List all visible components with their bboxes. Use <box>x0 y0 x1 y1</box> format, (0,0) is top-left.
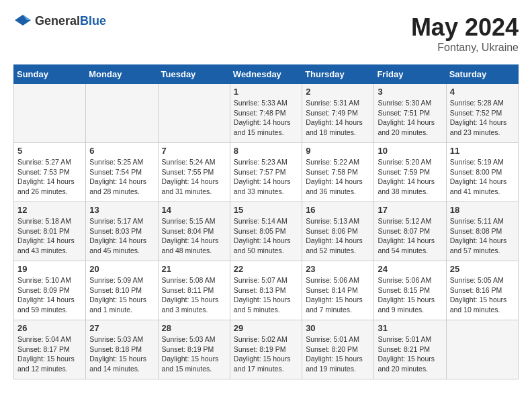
day-number: 31 <box>378 323 442 333</box>
day-number: 5 <box>17 146 82 156</box>
day-number: 19 <box>17 264 82 274</box>
calendar-week-row: 12Sunrise: 5:18 AM Sunset: 8:01 PM Dayli… <box>14 202 519 261</box>
day-number: 9 <box>306 146 370 156</box>
cell-info: Sunrise: 5:33 AM Sunset: 7:48 PM Dayligh… <box>234 98 298 138</box>
day-number: 13 <box>89 205 154 215</box>
day-number: 14 <box>162 205 226 215</box>
calendar-cell: 10Sunrise: 5:20 AM Sunset: 7:59 PM Dayli… <box>374 143 446 202</box>
calendar-cell: 18Sunrise: 5:11 AM Sunset: 8:08 PM Dayli… <box>446 202 518 261</box>
cell-info: Sunrise: 5:04 AM Sunset: 8:17 PM Dayligh… <box>17 334 82 374</box>
weekday-header-friday: Friday <box>374 65 446 84</box>
weekday-header-wednesday: Wednesday <box>230 65 302 84</box>
day-number: 16 <box>306 205 370 215</box>
calendar-cell: 16Sunrise: 5:13 AM Sunset: 8:06 PM Dayli… <box>302 202 374 261</box>
calendar-cell: 31Sunrise: 5:01 AM Sunset: 8:21 PM Dayli… <box>374 320 446 379</box>
calendar-cell: 12Sunrise: 5:18 AM Sunset: 8:01 PM Dayli… <box>14 202 86 261</box>
cell-info: Sunrise: 5:15 AM Sunset: 8:04 PM Dayligh… <box>162 216 226 256</box>
cell-info: Sunrise: 5:19 AM Sunset: 8:00 PM Dayligh… <box>450 157 515 197</box>
page-header: GeneralBlue May 2024 Fontany, Ukraine <box>13 13 519 54</box>
day-number: 2 <box>306 87 370 97</box>
calendar-cell: 24Sunrise: 5:06 AM Sunset: 8:15 PM Dayli… <box>374 261 446 320</box>
calendar-cell: 13Sunrise: 5:17 AM Sunset: 8:03 PM Dayli… <box>86 202 158 261</box>
cell-info: Sunrise: 5:14 AM Sunset: 8:05 PM Dayligh… <box>234 216 298 256</box>
weekday-header-monday: Monday <box>86 65 158 84</box>
cell-info: Sunrise: 5:03 AM Sunset: 8:18 PM Dayligh… <box>89 334 154 374</box>
calendar-cell: 3Sunrise: 5:30 AM Sunset: 7:51 PM Daylig… <box>374 84 446 143</box>
calendar-cell: 28Sunrise: 5:03 AM Sunset: 8:19 PM Dayli… <box>158 320 230 379</box>
cell-info: Sunrise: 5:11 AM Sunset: 8:08 PM Dayligh… <box>450 216 515 256</box>
calendar-cell: 29Sunrise: 5:02 AM Sunset: 8:19 PM Dayli… <box>230 320 302 379</box>
cell-info: Sunrise: 5:17 AM Sunset: 8:03 PM Dayligh… <box>89 216 154 256</box>
weekday-header-tuesday: Tuesday <box>158 65 230 84</box>
cell-info: Sunrise: 5:31 AM Sunset: 7:49 PM Dayligh… <box>306 98 370 138</box>
day-number: 10 <box>378 146 442 156</box>
calendar-cell: 27Sunrise: 5:03 AM Sunset: 8:18 PM Dayli… <box>86 320 158 379</box>
calendar-cell: 1Sunrise: 5:33 AM Sunset: 7:48 PM Daylig… <box>230 84 302 143</box>
cell-info: Sunrise: 5:22 AM Sunset: 7:58 PM Dayligh… <box>306 157 370 197</box>
cell-info: Sunrise: 5:10 AM Sunset: 8:09 PM Dayligh… <box>17 275 82 315</box>
calendar-cell: 30Sunrise: 5:01 AM Sunset: 8:20 PM Dayli… <box>302 320 374 379</box>
day-number: 28 <box>162 323 226 333</box>
calendar-header: SundayMondayTuesdayWednesdayThursdayFrid… <box>14 65 519 84</box>
day-number: 1 <box>234 87 298 97</box>
calendar-cell: 15Sunrise: 5:14 AM Sunset: 8:05 PM Dayli… <box>230 202 302 261</box>
day-number: 12 <box>17 205 82 215</box>
day-number: 20 <box>89 264 154 274</box>
cell-info: Sunrise: 5:27 AM Sunset: 7:53 PM Dayligh… <box>17 157 82 197</box>
calendar-cell: 26Sunrise: 5:04 AM Sunset: 8:17 PM Dayli… <box>14 320 86 379</box>
day-number: 6 <box>89 146 154 156</box>
cell-info: Sunrise: 5:02 AM Sunset: 8:19 PM Dayligh… <box>234 334 298 374</box>
calendar-week-row: 5Sunrise: 5:27 AM Sunset: 7:53 PM Daylig… <box>14 143 519 202</box>
cell-info: Sunrise: 5:30 AM Sunset: 7:51 PM Dayligh… <box>378 98 442 138</box>
calendar-cell: 20Sunrise: 5:09 AM Sunset: 8:10 PM Dayli… <box>86 261 158 320</box>
calendar-cell: 23Sunrise: 5:06 AM Sunset: 8:14 PM Dayli… <box>302 261 374 320</box>
calendar-cell: 11Sunrise: 5:19 AM Sunset: 8:00 PM Dayli… <box>446 143 518 202</box>
calendar-cell: 19Sunrise: 5:10 AM Sunset: 8:09 PM Dayli… <box>14 261 86 320</box>
day-number: 29 <box>234 323 298 333</box>
title-block: May 2024 Fontany, Ukraine <box>411 13 519 54</box>
day-number: 30 <box>306 323 370 333</box>
calendar-week-row: 1Sunrise: 5:33 AM Sunset: 7:48 PM Daylig… <box>14 84 519 143</box>
logo-icon <box>13 13 32 28</box>
weekday-header-saturday: Saturday <box>446 65 518 84</box>
cell-info: Sunrise: 5:23 AM Sunset: 7:57 PM Dayligh… <box>234 157 298 197</box>
calendar-cell: 5Sunrise: 5:27 AM Sunset: 7:53 PM Daylig… <box>14 143 86 202</box>
calendar-cell <box>14 84 86 143</box>
calendar-week-row: 19Sunrise: 5:10 AM Sunset: 8:09 PM Dayli… <box>14 261 519 320</box>
day-number: 18 <box>450 205 515 215</box>
calendar-cell: 2Sunrise: 5:31 AM Sunset: 7:49 PM Daylig… <box>302 84 374 143</box>
day-number: 25 <box>450 264 515 274</box>
cell-info: Sunrise: 5:12 AM Sunset: 8:07 PM Dayligh… <box>378 216 442 256</box>
day-number: 27 <box>89 323 154 333</box>
calendar-cell: 7Sunrise: 5:24 AM Sunset: 7:55 PM Daylig… <box>158 143 230 202</box>
cell-info: Sunrise: 5:13 AM Sunset: 8:06 PM Dayligh… <box>306 216 370 256</box>
calendar-cell: 25Sunrise: 5:05 AM Sunset: 8:16 PM Dayli… <box>446 261 518 320</box>
calendar-cell: 17Sunrise: 5:12 AM Sunset: 8:07 PM Dayli… <box>374 202 446 261</box>
calendar-location: Fontany, Ukraine <box>411 42 519 54</box>
cell-info: Sunrise: 5:09 AM Sunset: 8:10 PM Dayligh… <box>89 275 154 315</box>
logo: GeneralBlue <box>13 13 106 28</box>
cell-info: Sunrise: 5:06 AM Sunset: 8:15 PM Dayligh… <box>378 275 442 315</box>
calendar-cell: 14Sunrise: 5:15 AM Sunset: 8:04 PM Dayli… <box>158 202 230 261</box>
cell-info: Sunrise: 5:18 AM Sunset: 8:01 PM Dayligh… <box>17 216 82 256</box>
cell-info: Sunrise: 5:08 AM Sunset: 8:11 PM Dayligh… <box>162 275 226 315</box>
day-number: 8 <box>234 146 298 156</box>
calendar-cell <box>158 84 230 143</box>
day-number: 22 <box>234 264 298 274</box>
calendar-week-row: 26Sunrise: 5:04 AM Sunset: 8:17 PM Dayli… <box>14 320 519 379</box>
day-number: 17 <box>378 205 442 215</box>
calendar-cell <box>446 320 518 379</box>
cell-info: Sunrise: 5:28 AM Sunset: 7:52 PM Dayligh… <box>450 98 515 138</box>
day-number: 3 <box>378 87 442 97</box>
calendar-cell: 9Sunrise: 5:22 AM Sunset: 7:58 PM Daylig… <box>302 143 374 202</box>
day-number: 4 <box>450 87 515 97</box>
day-number: 21 <box>162 264 226 274</box>
day-number: 15 <box>234 205 298 215</box>
cell-info: Sunrise: 5:07 AM Sunset: 8:13 PM Dayligh… <box>234 275 298 315</box>
calendar-cell: 4Sunrise: 5:28 AM Sunset: 7:52 PM Daylig… <box>446 84 518 143</box>
calendar-table: SundayMondayTuesdayWednesdayThursdayFrid… <box>13 64 519 379</box>
calendar-cell: 21Sunrise: 5:08 AM Sunset: 8:11 PM Dayli… <box>158 261 230 320</box>
logo-text-general: General <box>35 14 80 28</box>
cell-info: Sunrise: 5:24 AM Sunset: 7:55 PM Dayligh… <box>162 157 226 197</box>
day-number: 23 <box>306 264 370 274</box>
